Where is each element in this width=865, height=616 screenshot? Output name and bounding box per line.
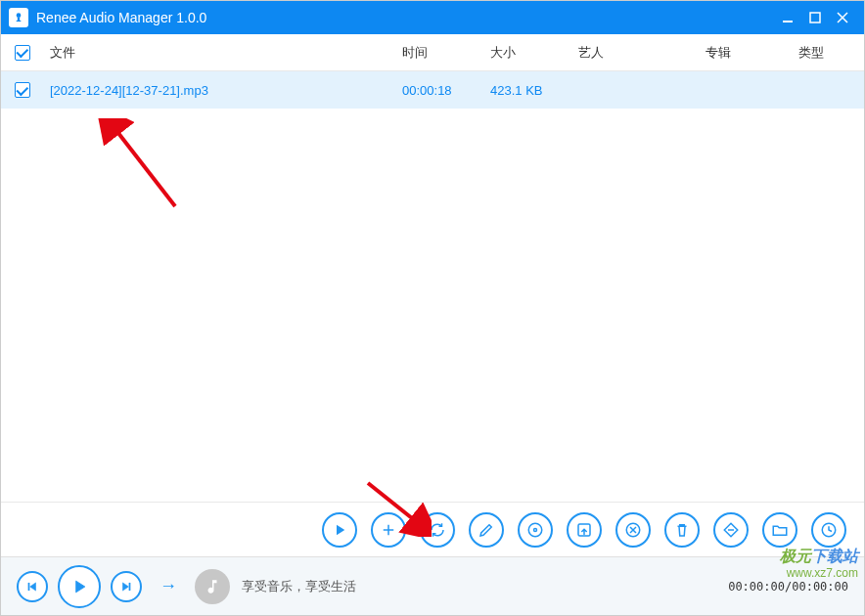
delete-button[interactable] xyxy=(664,512,700,548)
select-all-checkbox[interactable] xyxy=(15,45,30,61)
now-playing-text: 享受音乐，享受生活 xyxy=(242,578,356,595)
time-counter: 00:00:00/00:00:00 xyxy=(728,580,848,594)
file-list: [2022-12-24][12-37-21].mp3 00:00:18 423.… xyxy=(1,71,864,502)
cell-size: 423.1 KB xyxy=(490,83,578,98)
svg-line-7 xyxy=(114,128,175,206)
close-button[interactable] xyxy=(829,6,856,29)
shuffle-icon[interactable]: → xyxy=(159,576,177,596)
add-button[interactable] xyxy=(371,512,406,548)
album-cover-icon xyxy=(195,569,230,604)
schedule-button[interactable] xyxy=(811,512,846,548)
column-header-file[interactable]: 文件 xyxy=(50,44,402,62)
svg-marker-24 xyxy=(123,582,129,590)
column-header-type[interactable]: 类型 xyxy=(798,44,850,62)
maximize-button[interactable] xyxy=(801,6,829,29)
annotation-arrow-icon xyxy=(97,118,195,216)
svg-marker-8 xyxy=(337,524,344,535)
cell-file: [2022-12-24][12-37-21].mp3 xyxy=(50,83,402,98)
svg-point-11 xyxy=(528,523,542,537)
minimize-button[interactable] xyxy=(774,6,801,29)
column-header-time[interactable]: 时间 xyxy=(402,44,490,62)
cd-button[interactable] xyxy=(518,512,553,548)
folder-button[interactable] xyxy=(762,512,797,548)
svg-marker-21 xyxy=(30,582,36,590)
table-header: 文件 时间 大小 艺人 专辑 类型 xyxy=(1,34,864,71)
play-button[interactable] xyxy=(322,512,357,548)
title-bar: Renee Audio Manager 1.0.0 xyxy=(1,1,864,34)
svg-point-12 xyxy=(534,528,537,531)
export-button[interactable] xyxy=(567,512,602,548)
column-header-album[interactable]: 专辑 xyxy=(706,44,798,62)
tag-button[interactable] xyxy=(713,512,749,548)
player-bar: → 享受音乐，享受生活 00:00:00/00:00:00 xyxy=(1,556,864,615)
cell-time: 00:00:18 xyxy=(402,83,490,98)
row-checkbox[interactable] xyxy=(15,82,30,98)
edit-button[interactable] xyxy=(469,512,504,548)
convert-button[interactable] xyxy=(420,512,455,548)
column-header-size[interactable]: 大小 xyxy=(490,44,578,62)
svg-point-0 xyxy=(17,13,22,18)
svg-marker-23 xyxy=(76,581,85,593)
table-row[interactable]: [2022-12-24][12-37-21].mp3 00:00:18 423.… xyxy=(1,71,864,109)
next-button[interactable] xyxy=(111,571,142,602)
svg-rect-3 xyxy=(810,13,820,22)
toolbar xyxy=(1,502,864,556)
app-title: Renee Audio Manager 1.0.0 xyxy=(36,10,774,25)
play-pause-button[interactable] xyxy=(58,565,101,608)
column-header-artist[interactable]: 艺人 xyxy=(578,44,706,62)
remove-button[interactable] xyxy=(615,512,651,548)
previous-button[interactable] xyxy=(17,571,48,602)
app-icon xyxy=(9,8,28,27)
